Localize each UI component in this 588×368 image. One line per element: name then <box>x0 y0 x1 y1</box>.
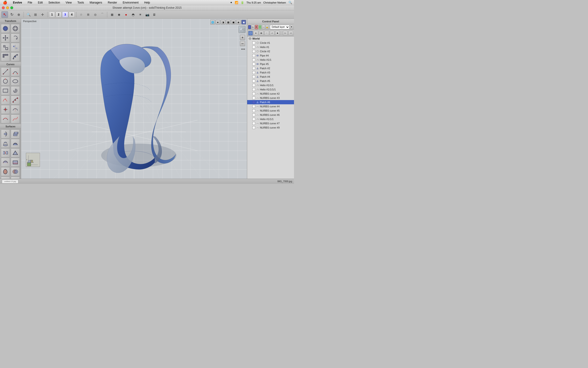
left-thumbnail[interactable]: untitled-13.jpg <box>2 180 18 184</box>
menu-file[interactable]: File <box>27 1 33 4</box>
tree-item-helix11[interactable]: Helix #1/1 <box>247 58 294 62</box>
tree-item-helix111b[interactable]: Helix #1/1/1 <box>247 117 294 121</box>
fill-tool[interactable] <box>1 167 10 176</box>
menu-managers[interactable]: Managers <box>89 1 103 4</box>
helix111b-checkbox[interactable] <box>252 118 255 120</box>
helix1-checkbox[interactable] <box>252 46 255 48</box>
tree-item-nurbs9[interactable]: NURBS curve #9 <box>247 126 294 130</box>
freeform-curve-tool[interactable] <box>1 96 10 105</box>
circle2-checkbox[interactable] <box>252 50 255 53</box>
patch6-checkbox[interactable] <box>252 101 255 104</box>
scale-tool[interactable] <box>1 43 10 52</box>
zoom-tool-btn[interactable]: 🔍 <box>25 11 32 18</box>
circle-curve-tool[interactable] <box>1 77 10 86</box>
view-3-btn[interactable]: 3 <box>62 11 68 18</box>
layer-icon-1[interactable]: ▷ <box>251 25 255 29</box>
layer-dropdown-arrow[interactable]: ▼ <box>290 25 293 29</box>
vp-sphere-btn[interactable]: ● <box>215 20 220 25</box>
layer-visible-btn[interactable]: ◯ <box>248 31 253 36</box>
layer-add-btn[interactable]: + <box>258 25 262 29</box>
view-4-btn[interactable]: 4 <box>69 11 75 18</box>
layer-point-btn[interactable]: ◦ <box>264 31 269 36</box>
light-btn[interactable]: ☀ <box>137 11 143 18</box>
menu-search-icon[interactable]: 🔍 <box>288 1 292 4</box>
snap-grid-btn[interactable]: ⊞ <box>85 11 91 18</box>
zoom-box-btn[interactable]: ⊞ <box>32 11 39 18</box>
rotate-tool[interactable] <box>11 33 20 42</box>
tree-item-nurbs2[interactable]: NURBS curve #2 <box>247 92 294 96</box>
line-tool[interactable] <box>1 67 10 76</box>
tree-item-helix111[interactable]: Helix #1/1/1 <box>247 83 294 87</box>
nurbs7-checkbox[interactable] <box>252 122 255 125</box>
view-2-btn[interactable]: 2 <box>55 11 62 18</box>
tree-item-patch5[interactable]: Patch #5 <box>247 79 294 83</box>
sphere-solid-tool[interactable] <box>1 24 10 33</box>
surface-offset-tool[interactable] <box>1 158 10 167</box>
vp-material-btn[interactable]: ▣ <box>241 20 246 25</box>
trim-tool[interactable] <box>11 158 20 167</box>
revolve-surface-tool[interactable] <box>1 129 10 138</box>
sweep-surface-tool[interactable] <box>11 139 20 148</box>
material-btn[interactable]: ◓ <box>130 11 136 18</box>
layer-lock-btn[interactable]: 🔒 <box>265 25 269 29</box>
menu-view[interactable]: View <box>65 1 73 4</box>
layer-solid-btn[interactable]: ■ <box>275 31 280 36</box>
tree-item-patch3[interactable]: Patch #3 <box>247 70 294 75</box>
helix1111-checkbox[interactable] <box>252 88 255 91</box>
menu-user[interactable]: Christopher Nielsen <box>263 1 286 4</box>
tree-item-pipe4[interactable]: Pipe #4 <box>247 54 294 58</box>
tree-item-world[interactable]: World <box>247 37 294 41</box>
sphere-wire-tool[interactable] <box>11 24 20 33</box>
tree-item-nurbs5[interactable]: NURBS curve #5 <box>247 109 294 113</box>
boolean-tool[interactable] <box>11 167 20 176</box>
spiral-tool[interactable] <box>11 86 20 95</box>
nurbs6-checkbox[interactable] <box>252 113 255 116</box>
pipe4-checkbox[interactable] <box>252 54 255 57</box>
patch2-checkbox[interactable] <box>252 67 255 70</box>
vp-globe-btn[interactable]: 🌐 <box>210 20 215 25</box>
shading-smooth-btn[interactable]: ◉ <box>116 11 122 18</box>
blend-curve-tool[interactable] <box>11 114 20 123</box>
menu-evolve[interactable]: Evolve <box>12 1 23 4</box>
tree-item-nurbs4[interactable]: NURBS curve #4 <box>247 104 294 109</box>
nurbs9-checkbox[interactable] <box>252 126 255 129</box>
patch4-checkbox[interactable] <box>252 75 255 78</box>
array-tool[interactable] <box>1 52 10 61</box>
helix111-checkbox[interactable] <box>252 84 255 87</box>
snap-point-btn[interactable]: ◎ <box>92 11 98 18</box>
tree-item-nurbs3[interactable]: NURBS curve #3 <box>247 96 294 100</box>
circle1-checkbox[interactable] <box>252 41 255 44</box>
loft-surface-tool[interactable] <box>1 139 10 148</box>
rotate-view-btn[interactable]: ↻ <box>9 11 15 18</box>
tree-item-circle2[interactable]: Circle #2 <box>247 49 294 54</box>
shading-flat-btn[interactable]: ▦ <box>109 11 115 18</box>
camera-btn[interactable]: 📷 <box>144 11 150 18</box>
menu-tools[interactable]: Tools <box>76 1 85 4</box>
vp-shaded-btn[interactable]: ◑ <box>221 20 225 25</box>
vp-render-btn[interactable]: ◈ <box>236 20 241 25</box>
rectangle-tool[interactable] <box>1 86 10 95</box>
snap-curve-btn[interactable]: ⌒ <box>99 11 105 18</box>
layer-selector-dropdown[interactable]: Default layer <box>270 25 290 29</box>
transform-btn[interactable]: ⊕ <box>16 11 22 18</box>
layer-left-arrow-btn[interactable]: ◁ <box>288 31 293 36</box>
menu-help[interactable]: Help <box>143 1 151 4</box>
layer-surface-btn[interactable]: ▱ <box>270 31 274 36</box>
scene-tree[interactable]: World Circle #1 Helix #1 <box>247 37 294 179</box>
tree-item-nurbs6[interactable]: NURBS curve #6 <box>247 113 294 117</box>
nurbs4-checkbox[interactable] <box>252 105 255 108</box>
patch-tool[interactable] <box>11 148 20 157</box>
menu-render[interactable]: Render <box>107 1 118 4</box>
select-tool-btn[interactable]: ↖ <box>1 11 8 18</box>
layer-icon-4[interactable]: → <box>262 25 265 29</box>
tree-item-patch2[interactable]: Patch #2 <box>247 66 294 70</box>
viewport-area[interactable]: Perspective 🌐 ● ◑ ▦ ▣ ◈ ▣ + – ••• <box>21 19 247 179</box>
display-btn[interactable]: 🖥 <box>151 11 158 18</box>
menu-environment[interactable]: Environment <box>122 1 140 4</box>
layer-right-arrow-btn[interactable]: ▷ <box>283 31 288 36</box>
menu-selection[interactable]: Selection <box>47 1 61 4</box>
apple-menu[interactable]: 🍎 <box>2 0 8 5</box>
layer-show-btn[interactable]: ▤ <box>259 31 264 36</box>
menu-edit[interactable]: Edit <box>37 1 44 4</box>
nurbs3-checkbox[interactable] <box>252 97 255 99</box>
